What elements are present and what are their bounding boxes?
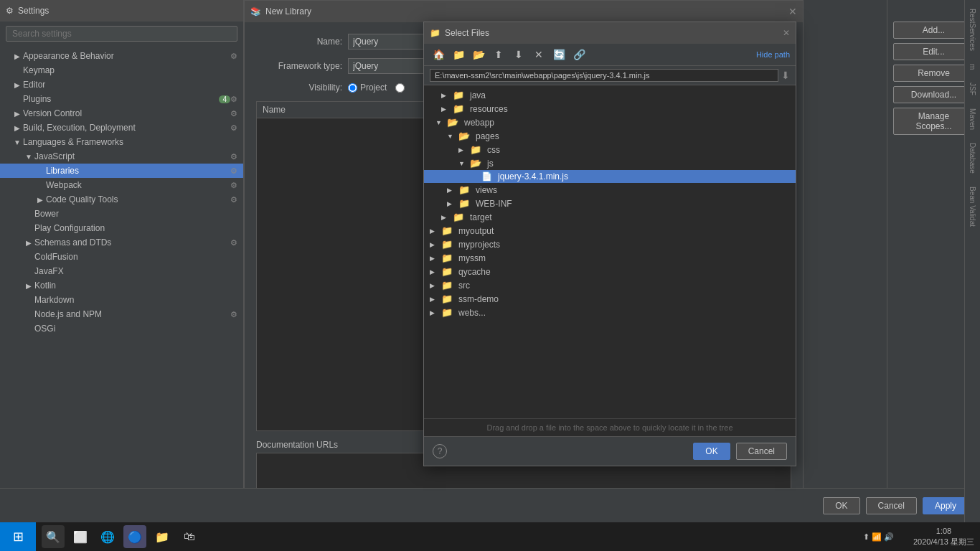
tree-item-libraries[interactable]: Libraries ⚙ [0,164,243,178]
start-button[interactable]: ⊞ [0,522,36,551]
right-vtab-m[interactable]: m [967,58,978,75]
visibility-project-radio[interactable] [348,83,357,93]
sf-tree-item-jquery[interactable]: 📄 jquery-3.4.1.min.js [424,170,796,183]
right-vtab-restservices[interactable]: RestServices [967,3,978,57]
tree-item-code-quality[interactable]: ▶ Code Quality Tools ⚙ [0,192,243,207]
tree-item-kotlin[interactable]: ▶ Kotlin [0,278,243,293]
visibility-global-option[interactable] [395,83,405,93]
tree-item-javafx[interactable]: JavaFX [0,264,243,278]
sf-delete-button[interactable]: ✕ [530,47,547,62]
tree-item-version-control[interactable]: ▶ Version Control ⚙ [0,106,243,121]
sf-collapse-button[interactable]: ⬇ [510,47,527,62]
sf-tree-item-webinf[interactable]: ▶ 📁 WEB-INF [424,197,796,210]
sf-folder-open-icon: 📂 [447,117,458,128]
sf-folder-button[interactable]: 📁 [450,47,467,62]
remove-button[interactable]: Remove [893,65,974,82]
sf-tree-item-src[interactable]: ▶ 📁 src [424,278,796,292]
right-vtab-database[interactable]: Database [967,137,978,179]
tree-item-keymap[interactable]: Keymap [0,63,243,77]
sf-tree-item-java[interactable]: ▶ 📁 java [424,88,796,102]
tree-item-languages[interactable]: ▼ Languages & Frameworks [0,135,243,149]
apply-button[interactable]: Apply [923,497,969,514]
sf-item-label: jquery-3.4.1.min.js [498,171,568,182]
sf-tree-item-js[interactable]: ▼ 📂 js [424,156,796,170]
sf-item-label: resources [470,104,508,114]
arrow-item-expanded-icon: ▼ [11,138,23,146]
tree-item-bower[interactable]: Bower [0,207,243,221]
sf-tree-item-resources[interactable]: ▶ 📁 resources [424,102,796,116]
new-library-close-button[interactable]: ✕ [788,6,797,17]
tree-item-markdown[interactable]: Markdown [0,293,243,307]
sf-item-label: target [470,212,492,222]
tree-item-build[interactable]: ▶ Build, Execution, Deployment ⚙ [0,121,243,135]
sf-drag-hint: Drag and drop a file into the space abov… [424,418,796,436]
sf-tree-item-ssm-demo[interactable]: ▶ 📁 ssm-demo [424,292,796,306]
tree-item-osgi[interactable]: OSGi [0,321,243,336]
visibility-project-option[interactable]: Project [348,83,387,93]
sf-item-label: webapp [464,118,494,128]
new-library-icon: 📚 [250,6,261,17]
sf-new-folder-button[interactable]: 📂 [470,47,487,62]
tree-item-editor[interactable]: ▶ Editor [0,77,243,92]
sf-cancel-button[interactable]: Cancel [736,443,787,460]
sf-tree-item-webs[interactable]: ▶ 📁 webs... [424,306,796,319]
sf-tree-item-myoutput[interactable]: ▶ 📁 myoutput [424,224,796,237]
sf-tree-item-target[interactable]: ▶ 📁 target [424,210,796,224]
sf-tree-item-views[interactable]: ▶ 📁 views [424,183,796,197]
sf-help-button[interactable]: ? [433,444,447,458]
visibility-global-radio[interactable] [395,83,405,93]
tree-item-webpack[interactable]: Webpack ⚙ [0,178,243,192]
sf-arrow-icon: ▶ [430,296,438,303]
taskbar-task-view-icon[interactable]: ⬜ [69,525,92,548]
right-vtab-maven[interactable]: Maven [967,103,978,136]
settings-search-input[interactable] [6,26,237,42]
tree-item-schemas[interactable]: ▶ Schemas and DTDs ⚙ [0,235,243,250]
sf-tree-item-webapp[interactable]: ▼ 📂 webapp [424,116,796,129]
taskbar-file-manager-icon[interactable]: 📁 [151,525,174,548]
taskbar-intellij-icon[interactable]: 🔵 [123,525,146,548]
sf-arrow-icon: ▶ [430,309,438,316]
ok-button[interactable]: OK [823,497,859,514]
sf-tree-item-myssm[interactable]: ▶ 📁 myssm [424,251,796,265]
arrow-icon: ▶ [23,282,34,290]
download-button[interactable]: Download... [893,86,974,103]
plugins-badge: 4 [219,95,230,103]
tree-item-javascript[interactable]: ▼ JavaScript ⚙ [0,149,243,164]
tree-item-coldfusion[interactable]: ColdFusion [0,250,243,264]
cancel-button[interactable]: Cancel [866,497,917,514]
sf-tree-item-css[interactable]: ▶ 📁 css [424,143,796,156]
right-vtab-bean-valid[interactable]: Bean Validat [967,181,978,232]
taskbar-chrome-icon[interactable]: 🌐 [96,525,119,548]
taskbar-store-icon[interactable]: 🛍 [178,525,201,548]
sf-home-button[interactable]: 🏠 [430,47,447,62]
tree-item-appearance[interactable]: ▶ Appearance & Behavior ⚙ [0,49,243,63]
taskbar-search-icon[interactable]: 🔍 [42,525,65,548]
settings-search-area [0,22,243,46]
edit-button[interactable]: Edit... [893,43,974,60]
tree-item-play-config[interactable]: Play Configuration [0,221,243,235]
manage-scopes-button[interactable]: Manage Scopes... [893,108,974,135]
sf-refresh-button[interactable]: 🔄 [550,47,567,62]
framework-label: Framework type: [256,61,342,71]
sf-tree-item-qycache[interactable]: ▶ 📁 qycache [424,265,796,278]
add-button[interactable]: Add... [893,22,974,39]
sf-arrow-expanded-icon: ▼ [435,119,444,126]
sf-hide-path-button[interactable]: Hide path [756,50,790,59]
settings-icon-right: ⚙ [230,238,237,248]
sf-folder-icon: 📁 [453,212,464,222]
right-vtab-jsf[interactable]: JSF [967,77,978,101]
sf-ok-button[interactable]: OK [693,443,730,460]
sf-tree-item-myprojects[interactable]: ▶ 📁 myprojects [424,237,796,251]
sf-up-button[interactable]: ⬆ [490,47,507,62]
tree-item-nodejs[interactable]: Node.js and NPM ⚙ [0,307,243,321]
sf-link-button[interactable]: 🔗 [570,47,588,62]
new-library-title: New Library [265,6,311,17]
tree-item-plugins[interactable]: Plugins 4 ⚙ [0,92,243,106]
sf-close-button[interactable]: ✕ [783,28,790,38]
taskbar: ⊞ 🔍 ⬜ 🌐 🔵 📁 🛍 ⬆ 📶 🔊 1:08 2020/4/13 星期三 [0,522,980,551]
sf-path-input[interactable] [430,69,778,82]
settings-icon-right: ⚙ [230,123,237,133]
name-label: Name: [256,37,342,47]
settings-titlebar: ⚙ Settings [0,0,243,22]
sf-tree-item-pages[interactable]: ▼ 📂 pages [424,129,796,143]
